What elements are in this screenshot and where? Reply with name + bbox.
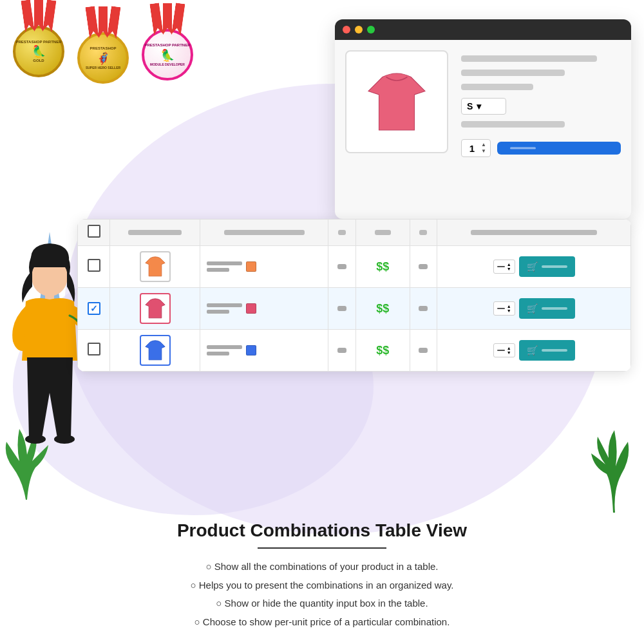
product-image-box	[345, 50, 448, 153]
row3-action-cell: ▲ ▼ 🛒	[437, 330, 631, 372]
combinations-table-container: $$ ▲ ▼ 🛒	[77, 219, 631, 372]
header-action-col	[437, 220, 631, 246]
gold-medal: PRESTASHOP PARTNER 🦜 GOLD	[13, 0, 64, 84]
product-detail-line-2	[461, 121, 565, 128]
row2-add-cart-button[interactable]: 🛒	[519, 298, 575, 319]
add-to-cart-button[interactable]	[497, 142, 621, 155]
qty-up-arrow[interactable]: ▲	[481, 142, 486, 147]
header-checkbox[interactable]	[88, 225, 100, 238]
table-header-row	[78, 220, 631, 246]
medals-row: PRESTASHOP PARTNER 🦜 GOLD PRESTASHOP 🦸 S…	[0, 0, 193, 84]
row1-image-cell	[110, 246, 200, 288]
row1-checkbox[interactable]	[88, 259, 100, 272]
browser-body: S ▾ 1 ▲ ▼	[335, 40, 631, 219]
product-price-line	[461, 84, 533, 90]
row1-price: $$	[376, 260, 389, 273]
row2-qty-arrows[interactable]: ▲ ▼	[507, 304, 511, 313]
table-body: $$ ▲ ▼ 🛒	[78, 246, 631, 372]
row1-tshirt-svg	[143, 254, 167, 279]
row3-checkbox-cell	[78, 330, 110, 372]
row2-image-cell	[110, 288, 200, 330]
row2-tshirt-svg	[143, 296, 167, 321]
row1-action-cell: ▲ ▼ 🛒	[437, 246, 631, 288]
row3-price-cell: $$	[356, 330, 410, 372]
title-underline	[258, 547, 386, 549]
pink-medal-circle: PRESTASHOP PARTNER 🦜 MODULE DEVELOPER	[142, 29, 193, 80]
row1-color-swatch	[246, 261, 256, 272]
browser-titlebar	[335, 19, 631, 40]
pink-medal: PRESTASHOP PARTNER 🦜 MODULE DEVELOPER	[142, 3, 193, 84]
row2-qty-up[interactable]: ▲	[507, 304, 511, 308]
product-details-panel: S ▾ 1 ▲ ▼	[461, 50, 621, 209]
feature-item-2: Helps you to present the combinations in…	[39, 576, 605, 595]
quantity-box[interactable]: 1 ▲ ▼	[461, 139, 491, 157]
bottom-section: Product Combinations Table View Show all…	[0, 520, 644, 631]
row1-qty-ctrl[interactable]: ▲ ▼	[493, 260, 515, 274]
silver-medal: PRESTASHOP 🦸 SUPER HERO SELLER	[77, 6, 129, 84]
row3-stock-cell	[410, 330, 437, 372]
row1-price-cell: $$	[356, 246, 410, 288]
header-stock-col	[410, 220, 437, 246]
row2-qty-down[interactable]: ▼	[507, 308, 511, 313]
row3-qty-up[interactable]: ▲	[507, 346, 511, 350]
row1-cart-icon: 🛒	[527, 261, 538, 272]
browser-minimize-dot[interactable]	[355, 26, 363, 33]
qty-down-arrow[interactable]: ▼	[481, 149, 486, 154]
row1-qty-arrows[interactable]: ▲ ▼	[507, 262, 511, 271]
row1-stock-cell	[410, 246, 437, 288]
row3-qty-arrows[interactable]: ▲ ▼	[507, 346, 511, 355]
row1-attr-cell	[328, 246, 356, 288]
row3-color-swatch	[246, 345, 256, 355]
row1-add-cart-button[interactable]: 🛒	[519, 256, 575, 277]
size-select-dropdown[interactable]: S ▾	[461, 98, 506, 115]
table-row: $$ ▲ ▼ 🛒	[78, 330, 631, 372]
feature-item-3: Show or hide the quantity input box in t…	[39, 594, 605, 613]
row2-qty-ctrl[interactable]: ▲ ▼	[493, 301, 515, 316]
product-tshirt-image	[361, 66, 432, 137]
qty-arrows[interactable]: ▲ ▼	[481, 142, 486, 154]
browser-window: S ▾ 1 ▲ ▼	[335, 19, 631, 219]
row2-cart-icon: 🛒	[527, 303, 538, 314]
row3-qty-ctrl[interactable]: ▲ ▼	[493, 343, 515, 357]
svg-point-6	[25, 435, 46, 444]
row3-qty-down[interactable]: ▼	[507, 350, 511, 355]
row2-price-cell: $$	[356, 288, 410, 330]
feature-item-1: Show all the combinations of your produc…	[39, 558, 605, 576]
gold-medal-circle: PRESTASHOP PARTNER 🦜 GOLD	[13, 26, 64, 77]
row2-checkmark: ✓	[90, 303, 98, 314]
browser-close-dot[interactable]	[343, 26, 350, 33]
product-title-line	[461, 55, 597, 62]
row2-checkbox[interactable]: ✓	[88, 302, 100, 315]
row3-attr-cell	[328, 330, 356, 372]
svg-point-7	[54, 435, 75, 444]
row3-add-cart-button[interactable]: 🛒	[519, 340, 575, 361]
row1-qty-up[interactable]: ▲	[507, 262, 511, 267]
row3-price: $$	[376, 344, 389, 357]
header-checkbox-col	[78, 220, 110, 246]
table-header	[78, 220, 631, 246]
header-price-col	[356, 220, 410, 246]
header-name-col	[200, 220, 328, 246]
row2-color-swatch	[246, 303, 256, 314]
feature-list: Show all the combinations of your produc…	[39, 558, 605, 631]
row2-combo-desc	[207, 303, 321, 314]
main-title: Product Combinations Table View	[39, 520, 605, 541]
row2-desc-cell	[200, 288, 328, 330]
row3-cart-icon: 🛒	[527, 345, 538, 355]
row1-desc-cell	[200, 246, 328, 288]
row2-shirt-image	[140, 293, 171, 324]
browser-maximize-dot[interactable]	[367, 26, 375, 33]
plant-right	[586, 416, 644, 515]
header-image-col	[110, 220, 200, 246]
row2-checkbox-cell: ✓	[78, 288, 110, 330]
table-row: ✓	[78, 288, 631, 330]
table-row: $$ ▲ ▼ 🛒	[78, 246, 631, 288]
row1-qty-down[interactable]: ▼	[507, 267, 511, 271]
row3-checkbox[interactable]	[88, 343, 100, 355]
row2-attr-cell	[328, 288, 356, 330]
row3-tshirt-svg	[143, 338, 167, 363]
header-attr-col	[328, 220, 356, 246]
row3-combo-desc	[207, 345, 321, 355]
row1-combo-desc	[207, 261, 321, 272]
row1-shirt-image	[140, 251, 171, 282]
